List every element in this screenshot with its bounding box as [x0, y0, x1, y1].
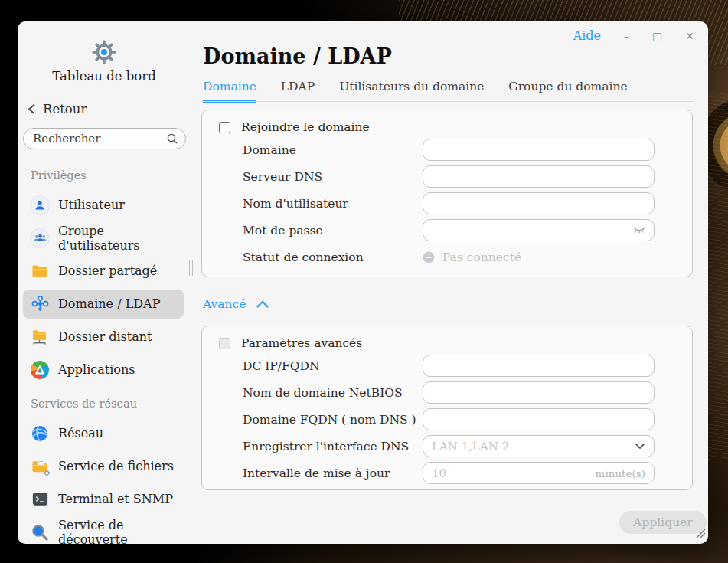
advanced-toggle[interactable]: Avancé — [203, 297, 269, 311]
domain-ldap-icon — [30, 294, 50, 314]
dns-server-input[interactable] — [432, 170, 645, 184]
advanced-params-checkbox[interactable] — [219, 338, 230, 349]
sidebar-item-service-decouverte[interactable]: Service de découverte — [23, 516, 184, 544]
network-icon — [30, 424, 50, 444]
sidebar-item-applications[interactable]: Applications — [23, 353, 184, 386]
titlebar: Aide – □ ✕ — [573, 28, 694, 43]
section-header-privileges: Privilèges — [23, 162, 184, 188]
applications-icon — [30, 360, 50, 380]
sidebar-item-service-fichiers[interactable]: ⚙ Service de fichiers — [23, 450, 184, 483]
domain-fqdn-input[interactable] — [432, 413, 645, 427]
dns-interface-value: LAN 1,LAN 2 — [432, 440, 635, 453]
eye-closed-icon[interactable] — [633, 226, 645, 235]
dc-ip-fqdn-input-wrap — [423, 355, 655, 377]
search-icon[interactable] — [166, 133, 178, 145]
app-title: Tableau de bord — [18, 69, 191, 83]
minimize-button[interactable]: – — [624, 29, 629, 43]
status-label: Statut de connexion — [243, 250, 423, 264]
file-service-icon: ⚙ — [30, 457, 50, 476]
search-input[interactable] — [33, 132, 166, 146]
join-domain-checkbox-row: Rejoindre le domaine — [219, 118, 692, 136]
join-domain-checkbox[interactable] — [219, 122, 230, 133]
field-row-intervalle: Intervalle de mise à jour minute(s) — [202, 460, 692, 486]
domain-fqdn-input-wrap — [423, 408, 655, 430]
field-row-serveur-dns: Serveur DNS — [202, 163, 692, 190]
sidebar-item-label: Service de découverte — [58, 518, 184, 545]
terminal-icon — [30, 489, 50, 509]
resize-grip[interactable] — [694, 526, 706, 542]
sidebar-item-dossier-partage[interactable]: Dossier partagé — [23, 254, 184, 287]
chevron-up-icon — [256, 300, 269, 308]
field-row-dc-ip-fqdn: DC IP/FQDN — [202, 352, 692, 379]
update-interval-input-wrap: minute(s) — [423, 462, 655, 484]
tab-ldap[interactable]: LDAP — [281, 80, 315, 103]
field-label: Mot de passe — [243, 224, 423, 237]
advanced-params-checkbox-label: Paramètres avancés — [241, 336, 362, 350]
domain-input-wrap — [423, 139, 655, 161]
sidebar-item-groupe-utilisateurs[interactable]: Groupe d'utilisateurs — [23, 221, 184, 254]
back-button[interactable]: Retour — [28, 102, 87, 116]
sidebar-item-terminal-snmp[interactable]: Terminal et SNMP — [23, 483, 184, 516]
tab-separator — [201, 101, 693, 102]
back-chevron-icon — [28, 103, 36, 115]
sidebar-item-label: Applications — [58, 362, 135, 377]
main-content: Domaine / LDAP Domaine LDAP Utilisateurs… — [201, 21, 708, 544]
help-link[interactable]: Aide — [573, 28, 601, 43]
password-input[interactable] — [432, 224, 633, 237]
sidebar-item-label: Dossier partagé — [58, 263, 157, 278]
search-box — [23, 128, 186, 149]
domain-input[interactable] — [432, 143, 645, 157]
field-label: Intervalle de mise à jour — [243, 466, 423, 480]
sidebar-list: Privilèges Utilisateur Groupe d'utilisat… — [23, 162, 184, 544]
gear-logo-icon — [18, 39, 191, 68]
field-row-interface-dns: Enregistrer l'interface DNS LAN 1,LAN 2 — [202, 433, 692, 460]
sidebar-splitter-handle[interactable] — [189, 260, 193, 276]
sidebar-item-label: Dossier distant — [58, 329, 152, 344]
advanced-label: Avancé — [203, 297, 246, 311]
join-domain-checkbox-label: Rejoindre le domaine — [241, 120, 370, 134]
field-label: Serveur DNS — [243, 170, 423, 184]
sidebar-item-reseau[interactable]: Réseau — [23, 417, 184, 450]
field-label: Nom d'utilisateur — [243, 197, 423, 211]
password-input-wrap — [423, 219, 655, 241]
discovery-icon — [30, 522, 50, 542]
field-label: DC IP/FQDN — [243, 359, 423, 373]
user-icon — [30, 195, 50, 215]
sidebar: Tableau de bord Retour Privilèges Utilis… — [18, 21, 191, 544]
section-header-services-reseau: Services de réseau — [23, 391, 184, 417]
sidebar-item-label: Groupe d'utilisateurs — [58, 224, 184, 253]
tab-utilisateurs-du-domaine[interactable]: Utilisateurs du domaine — [339, 80, 484, 103]
dns-server-input-wrap — [423, 165, 655, 188]
netbios-input[interactable] — [432, 386, 645, 400]
dc-ip-fqdn-input[interactable] — [432, 359, 645, 373]
field-label: Enregistrer l'interface DNS — [243, 440, 423, 453]
shared-folder-icon — [30, 261, 50, 281]
field-label: Domaine — [243, 143, 423, 157]
field-row-nom-utilisateur: Nom d'utilisateur — [202, 190, 692, 217]
page-title: Domaine / LDAP — [203, 44, 392, 68]
update-interval-input[interactable] — [432, 466, 589, 480]
field-row-domaine-fqdn: Domaine FQDN ( nom DNS ) — [202, 406, 692, 433]
dns-interface-select[interactable]: LAN 1,LAN 2 — [423, 435, 655, 457]
tab-groupe-du-domaine[interactable]: Groupe du domaine — [508, 80, 627, 103]
field-row-statut: Statut de connexion Pas connecté — [202, 244, 692, 270]
remote-folder-icon — [30, 327, 50, 347]
advanced-checkbox-row: Paramètres avancés — [219, 334, 692, 352]
field-row-domaine: Domaine — [202, 136, 692, 163]
advanced-params-panel: Paramètres avancés DC IP/FQDN Nom de dom… — [201, 326, 693, 490]
sidebar-item-dossier-distant[interactable]: Dossier distant — [23, 320, 184, 353]
gear-badge-icon: ⚙ — [44, 470, 51, 477]
close-button[interactable]: ✕ — [685, 29, 694, 43]
sidebar-item-domaine-ldap[interactable]: Domaine / LDAP — [23, 290, 184, 319]
sidebar-item-label: Réseau — [58, 426, 103, 440]
username-input[interactable] — [432, 197, 645, 211]
control-panel-window: Aide – □ ✕ Tabl — [18, 21, 708, 544]
user-group-icon — [30, 228, 50, 248]
netbios-input-wrap — [423, 381, 655, 404]
tab-domaine[interactable]: Domaine — [203, 80, 256, 103]
sidebar-item-label: Terminal et SNMP — [58, 492, 173, 506]
sidebar-item-utilisateur[interactable]: Utilisateur — [23, 188, 184, 221]
join-domain-panel: Rejoindre le domaine Domaine Serveur DNS… — [201, 110, 693, 277]
maximize-button[interactable]: □ — [652, 29, 662, 43]
tab-bar: Domaine LDAP Utilisateurs du domaine Gro… — [203, 80, 628, 103]
